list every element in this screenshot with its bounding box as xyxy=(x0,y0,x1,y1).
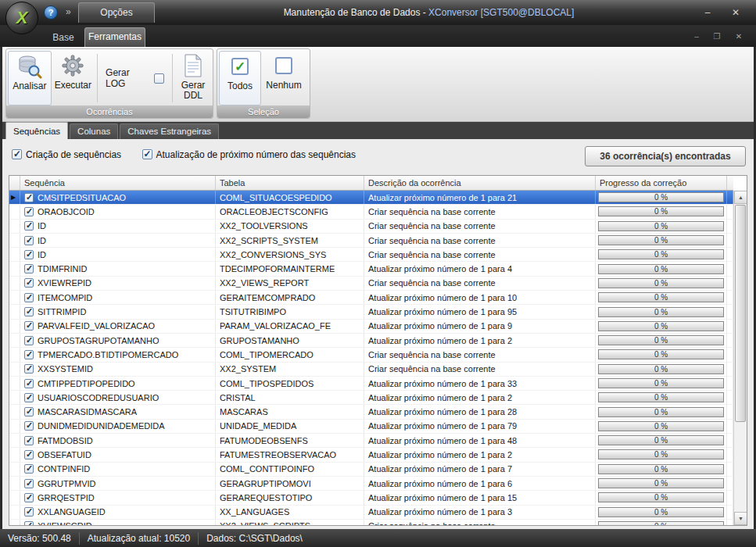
table-name-cell: ORACLEOBJECTSCONFIG xyxy=(216,205,364,218)
table-row[interactable]: GGRUTPMVIDGERAGRUPTIPOMOVIAtualizar próx… xyxy=(9,477,733,491)
row-indicator xyxy=(9,348,20,361)
vertical-scrollbar[interactable]: ▲ ▼ xyxy=(733,191,747,525)
table-row[interactable]: FATMDOBSIDFATUMODEOBSENFSAtualizar próxi… xyxy=(9,434,733,448)
atualizacao-numero-checkbox[interactable] xyxy=(142,149,152,159)
table-row[interactable]: IDXX2_TOOLVERSIONSCriar sequência na bas… xyxy=(9,220,733,234)
description-cell: Criar sequência na base corrente xyxy=(364,348,596,361)
mdi-maximize-button[interactable]: ❐ xyxy=(708,30,726,43)
nenhum-button[interactable]: Nenhum xyxy=(261,51,306,105)
analisar-button[interactable]: Analisar xyxy=(8,51,52,105)
mdi-minimize-button[interactable]: – xyxy=(687,30,706,43)
table-row[interactable]: SITTRIMPIDTSITUTRIBIMPOAtualizar próximo… xyxy=(9,305,733,319)
row-checkbox[interactable] xyxy=(24,293,34,302)
header-tabela[interactable]: Tabela xyxy=(216,176,364,190)
row-checkbox[interactable] xyxy=(24,450,34,459)
tab-chaves-estrangeiras[interactable]: Chaves Estrangeiras xyxy=(120,123,219,139)
tab-opcoes[interactable]: Opções xyxy=(78,2,155,23)
criacao-sequencias-checkbox-row[interactable]: Criação de sequências xyxy=(12,149,121,160)
row-checkbox[interactable] xyxy=(24,479,34,488)
table-name-cell: XX2_SYSTEM xyxy=(216,363,364,376)
table-row[interactable]: ▶CMSITPEDSITUACAOCOML_SITUACOESPEDIDOAtu… xyxy=(9,191,733,205)
table-row[interactable]: XVIEWSCRIDXX2_VIEWS_SCRIPTSCriar sequênc… xyxy=(9,520,733,525)
description-cell: Criar sequência na base corrente xyxy=(364,363,596,376)
header-progresso[interactable]: Progresso da correção xyxy=(596,176,727,190)
row-checkbox[interactable] xyxy=(24,407,34,417)
quick-access-chevron-icon[interactable]: » xyxy=(66,6,71,17)
row-checkbox[interactable] xyxy=(24,207,34,216)
table-row[interactable]: GRUPOSTAGRUPOTAMANHOGRUPOSTAMANHOAtualiz… xyxy=(9,334,733,348)
row-checkbox[interactable] xyxy=(24,364,34,374)
table-row[interactable]: CONTPINFIDCOML_CONTTIPOINFOAtualizar pró… xyxy=(9,463,733,477)
row-checkbox[interactable] xyxy=(24,250,34,259)
row-checkbox[interactable] xyxy=(24,421,34,431)
occurrences-count-button[interactable]: 36 ocorrência(s) encontradas xyxy=(585,146,746,166)
row-checkbox[interactable] xyxy=(24,278,34,288)
tab-colunas[interactable]: Colunas xyxy=(70,123,118,139)
row-filler xyxy=(727,463,733,476)
tab-ferramentas[interactable]: Ferramentas xyxy=(84,27,145,47)
table-row[interactable]: ORAOBJCOIDORACLEOBJECTSCONFIGCriar sequê… xyxy=(9,205,733,219)
description-cell: Atualizar próximo número de 1 para 15 xyxy=(364,491,596,504)
header-sequencia[interactable]: Sequência xyxy=(20,176,216,190)
minimize-button[interactable]: – xyxy=(697,5,718,20)
table-row[interactable]: GRRQESTPIDGERAREQUESTOTIPOAtualizar próx… xyxy=(9,491,733,505)
table-row[interactable]: MASCARASIDMASCARAMASCARASAtualizar próxi… xyxy=(9,405,733,419)
progress-cell: 0 % xyxy=(596,305,727,318)
row-checkbox[interactable] xyxy=(24,307,34,316)
row-checkbox[interactable] xyxy=(24,236,34,245)
app-logo-icon[interactable]: X xyxy=(5,2,38,34)
row-checkbox[interactable] xyxy=(24,350,34,359)
row-checkbox[interactable] xyxy=(24,321,34,331)
table-row[interactable]: USUARIOSCODREDUSUARIOCRISTALAtualizar pr… xyxy=(9,391,733,405)
progress-cell: 0 % xyxy=(596,463,727,476)
row-checkbox[interactable] xyxy=(24,464,34,474)
row-checkbox[interactable] xyxy=(24,393,34,402)
mdi-close-button[interactable]: ✕ xyxy=(729,30,748,43)
table-row[interactable]: DUNIDMEDIDUNIDADEMEDIDAUNIDADE_MEDIDAAtu… xyxy=(9,420,733,434)
table-row[interactable]: XVIEWREPIDXX2_VIEWS_REPORTCriar sequênci… xyxy=(9,277,733,291)
gerar-log-checkbox[interactable] xyxy=(154,73,164,84)
header-descricao[interactable]: Descrição da ocorrência xyxy=(364,176,596,190)
table-row[interactable]: IDXX2_SCRIPTS_SYSTEMCriar sequência na b… xyxy=(9,234,733,248)
progress-bar: 0 % xyxy=(598,335,724,345)
progress-cell: 0 % xyxy=(596,520,727,525)
sequence-cell: ID xyxy=(20,248,216,261)
row-checkbox[interactable] xyxy=(24,493,34,502)
table-row[interactable]: OBSEFATUIDFATUMESTREOBSERVACAOAtualizar … xyxy=(9,448,733,462)
row-checkbox[interactable] xyxy=(24,264,34,274)
row-checkbox[interactable] xyxy=(24,507,34,517)
table-name-cell: COML_SITUACOESPEDIDO xyxy=(216,191,364,204)
atualizacao-numero-checkbox-row[interactable]: Atualização de próximo número das sequên… xyxy=(142,149,356,160)
tab-sequencias[interactable]: Sequências xyxy=(5,122,68,139)
table-row[interactable]: XXLANGUAGEIDXX_LANGUAGESAtualizar próxim… xyxy=(9,506,733,520)
row-indicator xyxy=(9,434,20,447)
gear-icon xyxy=(59,53,86,78)
criacao-sequencias-checkbox[interactable] xyxy=(12,149,22,159)
tab-base[interactable]: Base xyxy=(45,29,81,46)
progress-cell: 0 % xyxy=(596,405,727,418)
gerar-ddl-button[interactable]: GerarDDL xyxy=(175,51,211,105)
table-row[interactable]: CMTIPPEDTIPOPEDIDOCOML_TIPOSPEDIDOSAtual… xyxy=(9,377,733,391)
table-row[interactable]: TPMERCADO.BTIDTIPOMERCADOCOML_TIPOMERCAD… xyxy=(9,348,733,362)
scroll-down-button[interactable]: ▼ xyxy=(734,512,747,525)
scroll-thumb[interactable] xyxy=(735,205,746,422)
table-row[interactable]: TDIMFRINIDTDECIMPOFORMAINTERMEAtualizar … xyxy=(9,262,733,276)
todos-button[interactable]: ✓ Todos xyxy=(219,51,261,105)
row-checkbox[interactable] xyxy=(24,379,34,388)
row-checkbox[interactable] xyxy=(24,436,34,445)
close-button[interactable]: ✕ xyxy=(725,5,747,20)
executar-button[interactable]: Executar xyxy=(52,51,95,105)
row-checkbox[interactable] xyxy=(24,521,34,525)
gerar-log-control[interactable]: Gerar LOG xyxy=(100,51,170,105)
table-row[interactable]: PARVALFEID_VALORIZACAOPARAM_VALORIZACAO_… xyxy=(9,320,733,334)
row-indicator xyxy=(9,491,20,504)
row-filler xyxy=(727,448,733,461)
table-row[interactable]: IDXX2_CONVERSIONS_SYSCriar sequência na … xyxy=(9,248,733,262)
table-row[interactable]: XXSYSTEMIDXX2_SYSTEMCriar sequência na b… xyxy=(9,363,733,377)
row-checkbox[interactable] xyxy=(24,336,34,345)
scroll-up-button[interactable]: ▲ xyxy=(734,191,747,204)
row-checkbox[interactable] xyxy=(24,221,34,231)
help-button[interactable]: ? xyxy=(44,5,58,20)
table-row[interactable]: ITEMCOMPIDGERAITEMCOMPRADOAtualizar próx… xyxy=(9,291,733,305)
row-checkbox[interactable] xyxy=(24,193,34,202)
